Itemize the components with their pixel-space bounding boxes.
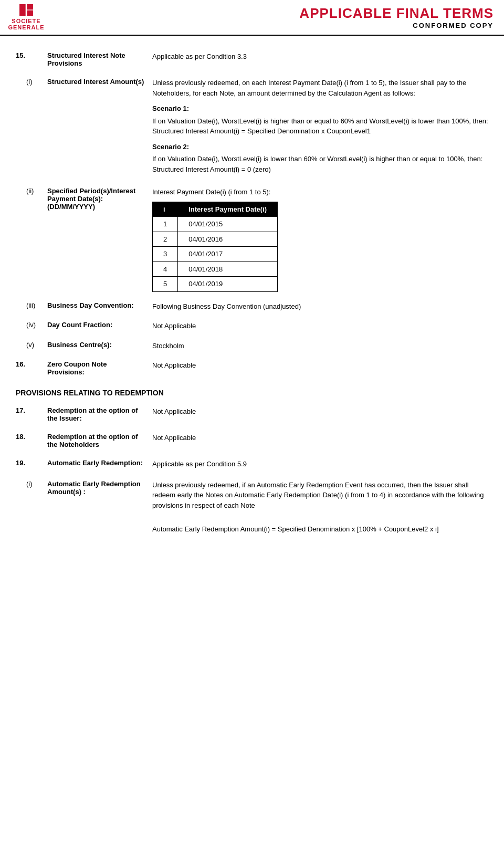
sub-v-row: (v) Business Centre(s): Stockholm bbox=[16, 341, 488, 351]
section-15-label: Structured Interest Note Provisions bbox=[47, 51, 152, 67]
svg-rect-1 bbox=[27, 4, 33, 9]
sub-ii-num: (ii) bbox=[16, 187, 47, 195]
sub-iv-row: (iv) Day Count Fraction: Not Applicable bbox=[16, 321, 488, 331]
header-subtitle: CONFORMED COPY bbox=[299, 22, 494, 29]
scenario2-title: Scenario 2: bbox=[152, 142, 488, 152]
sub-iv-content: Not Applicable bbox=[152, 321, 488, 331]
section-19-sub-i-label: Automatic Early Redemption Amount(s) : bbox=[47, 480, 152, 496]
header-right: APPLICABLE FINAL TERMS CONFORMED COPY bbox=[299, 5, 494, 29]
svg-rect-2 bbox=[27, 11, 33, 16]
section-19-value: Applicable as per Condition 5.9 bbox=[152, 460, 247, 468]
table-cell-date: 04/01/2015 bbox=[178, 217, 278, 232]
section-17-value: Not Applicable bbox=[152, 407, 196, 415]
table-header-row: i Interest Payment Date(i) bbox=[153, 202, 278, 217]
section-17-label: Redemption at the option of the Issuer: bbox=[47, 406, 152, 422]
sub-iii-num: (iii) bbox=[16, 301, 47, 309]
section-16-number: 16. bbox=[16, 360, 47, 368]
table-row: 304/01/2017 bbox=[153, 247, 278, 262]
sub-ii-label: Specified Period(s)/Interest Payment Dat… bbox=[47, 187, 152, 211]
sub-i-label: Structured Interest Amount(s) bbox=[47, 78, 152, 86]
sub-iii-content: Following Business Day Convention (unadj… bbox=[152, 301, 488, 312]
scenario2-text: If on Valuation Date(i), WorstLevel(i) i… bbox=[152, 154, 488, 174]
sub-v-num: (v) bbox=[16, 341, 47, 349]
table-cell-i: 4 bbox=[153, 262, 178, 277]
sub-iii-value: Following Business Day Convention (unadj… bbox=[152, 302, 301, 310]
payment-table: i Interest Payment Date(i) 104/01/201520… bbox=[152, 202, 278, 292]
sub-iv-num: (iv) bbox=[16, 321, 47, 329]
section-19-label: Automatic Early Redemption: bbox=[47, 459, 152, 467]
sub-iv-value: Not Applicable bbox=[152, 322, 196, 330]
svg-rect-0 bbox=[19, 4, 26, 16]
sub-iii-row: (iii) Business Day Convention: Following… bbox=[16, 301, 488, 312]
main-content: 15. Structured Interest Note Provisions … bbox=[0, 36, 504, 562]
table-cell-date: 04/01/2019 bbox=[178, 277, 278, 292]
section-16-content: Not Applicable bbox=[152, 360, 488, 371]
table-row: 104/01/2015 bbox=[153, 217, 278, 232]
section-18-number: 18. bbox=[16, 433, 47, 441]
section-16-value: Not Applicable bbox=[152, 361, 196, 369]
sg-logo-icon bbox=[19, 4, 34, 16]
sub-i-intro: Unless previously redeemed, on each Inte… bbox=[152, 78, 488, 98]
provisions-heading: PROVISIONS RELATING TO REDEMPTION bbox=[16, 389, 488, 397]
scenario1-text: If on Valuation Date(i), WorstLevel(i) i… bbox=[152, 116, 488, 137]
header-title: APPLICABLE FINAL TERMS bbox=[299, 5, 494, 22]
page-header: SOCIETE GENERALE APPLICABLE FINAL TERMS … bbox=[0, 0, 504, 36]
sub-ii-content: Interest Payment Date(i) (i from 1 to 5)… bbox=[152, 187, 488, 292]
logo-line2: GENERALE bbox=[8, 24, 44, 30]
section-17-content: Not Applicable bbox=[152, 406, 488, 417]
section-19-number: 19. bbox=[16, 459, 47, 467]
section-19-row: 19. Automatic Early Redemption: Applicab… bbox=[16, 459, 488, 469]
logo-line1: SOCIETE bbox=[12, 18, 40, 24]
section-19-content: Applicable as per Condition 5.9 bbox=[152, 459, 488, 469]
section-15-row: 15. Structured Interest Note Provisions … bbox=[16, 51, 488, 67]
section-18-content: Not Applicable bbox=[152, 433, 488, 443]
section-15-number: 15. bbox=[16, 51, 47, 59]
section-15-applicable: Applicable as per Condition 3.3 bbox=[152, 53, 247, 60]
sub-iii-label: Business Day Convention: bbox=[47, 301, 152, 309]
section-18-label: Redemption at the option of the Notehold… bbox=[47, 433, 152, 448]
section-19-sub-i-text: Unless previously redeemed, if an Automa… bbox=[152, 480, 488, 511]
table-cell-date: 04/01/2016 bbox=[178, 232, 278, 247]
table-header-date: Interest Payment Date(i) bbox=[178, 202, 278, 217]
table-cell-i: 1 bbox=[153, 217, 178, 232]
table-cell-i: 5 bbox=[153, 277, 178, 292]
table-row: 404/01/2018 bbox=[153, 262, 278, 277]
logo-area: SOCIETE GENERALE bbox=[10, 4, 42, 30]
section-16-row: 16. Zero Coupon Note Provisions: Not App… bbox=[16, 360, 488, 376]
sub-ii-intro: Interest Payment Date(i) (i from 1 to 5)… bbox=[152, 187, 488, 197]
scenario1-title: Scenario 1: bbox=[152, 103, 488, 114]
sub-i-num: (i) bbox=[16, 78, 47, 86]
table-cell-i: 3 bbox=[153, 247, 178, 262]
section-19-sub-i-row: (i) Automatic Early Redemption Amount(s)… bbox=[16, 480, 488, 538]
sub-ii-row: (ii) Specified Period(s)/Interest Paymen… bbox=[16, 187, 488, 292]
sub-iv-label: Day Count Fraction: bbox=[47, 321, 152, 329]
table-header-i: i bbox=[153, 202, 178, 217]
section-17-number: 17. bbox=[16, 406, 47, 414]
sub-v-value: Stockholm bbox=[152, 342, 184, 350]
section-19-sub-i-content: Unless previously redeemed, if an Automa… bbox=[152, 480, 488, 538]
section-19-sub-i-formula: Automatic Early Redemption Amount(i) = S… bbox=[152, 524, 488, 535]
section-19-sub-i-num: (i) bbox=[16, 480, 47, 488]
section-16-label: Zero Coupon Note Provisions: bbox=[47, 360, 152, 376]
sub-v-label: Business Centre(s): bbox=[47, 341, 152, 349]
sub-i-content: Unless previously redeemed, on each Inte… bbox=[152, 78, 488, 177]
section-18-value: Not Applicable bbox=[152, 434, 196, 442]
section-17-row: 17. Redemption at the option of the Issu… bbox=[16, 406, 488, 422]
sub-i-row: (i) Structured Interest Amount(s) Unless… bbox=[16, 78, 488, 177]
table-cell-date: 04/01/2017 bbox=[178, 247, 278, 262]
sub-v-content: Stockholm bbox=[152, 341, 488, 351]
table-row: 504/01/2019 bbox=[153, 277, 278, 292]
table-cell-i: 2 bbox=[153, 232, 178, 247]
section-18-row: 18. Redemption at the option of the Note… bbox=[16, 433, 488, 448]
table-row: 204/01/2016 bbox=[153, 232, 278, 247]
section-15-content: Applicable as per Condition 3.3 bbox=[152, 51, 488, 62]
logo-box: SOCIETE GENERALE bbox=[10, 4, 42, 30]
table-cell-date: 04/01/2018 bbox=[178, 262, 278, 277]
